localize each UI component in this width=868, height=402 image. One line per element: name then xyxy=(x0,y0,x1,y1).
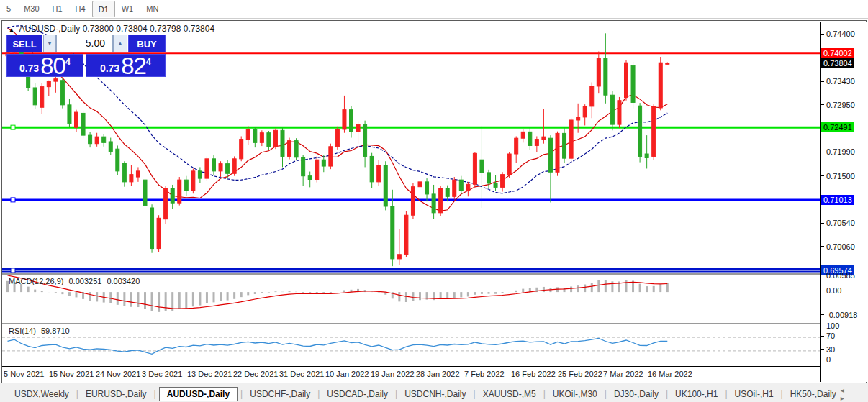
candle-body xyxy=(432,194,435,213)
candle-body xyxy=(494,183,497,187)
time-axis[interactable]: 5 Nov 202115 Nov 202124 Nov 20213 Dec 20… xyxy=(2,368,820,381)
chart-title: ▲ AUDUSD-,Daily 0.73800 0.73804 0.73798 … xyxy=(9,24,214,34)
buy-price-box[interactable]: 0.73 82 4 xyxy=(86,54,166,77)
timeframe-w1[interactable]: W1 xyxy=(115,0,140,17)
price-axis-label: -0.00918 xyxy=(821,310,857,320)
rsi-pane[interactable]: RSI(14) 59.8710 xyxy=(2,323,820,366)
candle-body xyxy=(563,133,566,158)
candle-body xyxy=(487,173,491,183)
timeframe-mn[interactable]: MN xyxy=(140,0,165,17)
candle-body xyxy=(652,106,656,157)
volume-input[interactable]: 5.00 xyxy=(56,35,113,52)
candle-body xyxy=(604,58,607,95)
rsi-value: 59.8710 xyxy=(41,326,70,335)
tab-usoil-h1[interactable]: USOil-,H1 xyxy=(731,387,778,401)
candle-body xyxy=(466,184,470,191)
price-axis[interactable]: 0.744000.734300.729500.719900.715000.705… xyxy=(820,22,867,382)
candle-body xyxy=(122,163,126,182)
price-axis-label: 0.73804 xyxy=(821,58,854,68)
candle-body xyxy=(507,154,511,175)
candle-body xyxy=(226,164,230,174)
time-axis-label: 13 Dec 2021 xyxy=(187,370,232,378)
time-axis-label: 25 Feb 2022 xyxy=(558,370,602,378)
sell-price-big: 80 xyxy=(40,55,65,76)
timeframe-toolbar: 5M30H1H4D1W1MN xyxy=(0,0,868,19)
tab-usdcnh-daily[interactable]: USDCNH-,Daily xyxy=(400,387,470,401)
tab-uk100-h1[interactable]: UK100-,H1 xyxy=(671,387,722,401)
candle-body xyxy=(288,141,291,157)
sell-price-box[interactable]: 0.73 80 4 xyxy=(6,54,83,77)
tab-usdcad-daily[interactable]: USDCAD-,Daily xyxy=(322,387,392,401)
time-axis-label: 5 Nov 2021 xyxy=(4,370,44,378)
timeframe-m30[interactable]: M30 xyxy=(17,0,45,17)
macd-pane[interactable]: MACD(12,26,9) 0.003251 0.003420 xyxy=(2,273,820,321)
timeframe-d1[interactable]: D1 xyxy=(92,1,115,17)
axis-tick xyxy=(821,336,824,337)
time-axis-label: 10 Jan 2022 xyxy=(325,370,369,378)
buy-button[interactable]: BUY xyxy=(128,35,166,52)
tab-dj30-daily[interactable]: DJ30-,Daily xyxy=(610,387,663,401)
tab-audusd-daily[interactable]: AUDUSD-,Daily xyxy=(159,387,238,401)
candle-body xyxy=(164,188,168,219)
candle-body xyxy=(178,180,181,203)
time-axis-label: 24 Nov 2021 xyxy=(96,370,140,378)
candle-body xyxy=(54,79,58,81)
candle-body xyxy=(535,140,538,146)
symbol-marker-icon: ▲ xyxy=(9,27,14,33)
candle-body xyxy=(446,188,449,197)
buy-price-prefix: 0.73 xyxy=(100,63,119,74)
tab-separator: | xyxy=(238,389,245,399)
axis-tick xyxy=(821,275,824,275)
candle-body xyxy=(618,101,621,124)
tab-hk50-daily[interactable]: HK50-,Daily xyxy=(786,387,841,401)
candle-body xyxy=(356,124,360,132)
candle-body xyxy=(109,142,112,152)
candle-body xyxy=(40,87,44,108)
candle-body xyxy=(315,160,319,179)
sell-button[interactable]: SELL xyxy=(6,35,42,52)
time-axis-label: 3 Dec 2021 xyxy=(142,370,182,378)
candle-body xyxy=(260,133,263,143)
tab-scroll-icons[interactable]: ◂ ▸ xyxy=(841,386,868,402)
axis-tick xyxy=(821,314,824,315)
one-click-trade-panel: SELL ▼ 5.00 ▲ BUY 0.73 80 4 0.73 82 4 xyxy=(6,35,166,77)
tab-usdx-weekly[interactable]: USDX,Weekly xyxy=(10,387,73,401)
macd-label: MACD(12,26,9) 0.003251 0.003420 xyxy=(6,277,140,285)
axis-label: 0 xyxy=(826,355,831,364)
candle-body xyxy=(130,175,133,182)
candle-body xyxy=(473,153,476,184)
tab-separator: | xyxy=(471,389,479,399)
candle-body xyxy=(480,160,484,173)
timeframe-h1[interactable]: H1 xyxy=(46,0,69,17)
candle-body xyxy=(116,149,119,171)
price-axis-label: 0.74002 xyxy=(821,48,854,58)
price-axis-label: 0.74400 xyxy=(821,29,855,39)
candle-body xyxy=(68,105,71,124)
tab-usdchf-daily[interactable]: USDCHF-,Daily xyxy=(245,387,315,401)
rsi-label: RSI(14) 59.8710 xyxy=(6,326,70,335)
price-axis-box-label: 0.71013 xyxy=(821,195,854,205)
sell-price-pip: 4 xyxy=(65,56,71,76)
chart-ohlc-values: 0.73800 0.73804 0.73798 0.73804 xyxy=(83,24,215,34)
tab-ukoil-m30[interactable]: UKOil-,M30 xyxy=(548,387,602,401)
price-axis-label: 0 xyxy=(821,355,831,365)
tab-eurusd-daily[interactable]: EURUSD-,Daily xyxy=(81,387,151,401)
volume-decrease-button[interactable]: ▼ xyxy=(43,35,56,52)
candle-body xyxy=(528,132,532,145)
axis-label: 0.00585 xyxy=(826,271,855,280)
candle-body xyxy=(453,180,456,196)
candle-body xyxy=(322,160,325,166)
tab-separator: | xyxy=(722,389,730,399)
candle-body xyxy=(384,165,387,206)
sell-price-prefix: 0.73 xyxy=(19,63,39,74)
candle-body xyxy=(439,188,443,213)
volume-increase-button[interactable]: ▲ xyxy=(113,35,127,52)
timeframe-h4[interactable]: H4 xyxy=(69,0,92,17)
tab-xauusd-m5[interactable]: XAUUSD-,M5 xyxy=(479,387,541,401)
candle-body xyxy=(515,138,518,154)
candle-body xyxy=(33,88,37,105)
timeframe-5[interactable]: 5 xyxy=(0,0,17,17)
tab-separator: | xyxy=(315,389,322,399)
price-axis-box-label: 0.72491 xyxy=(821,122,854,132)
candle-body xyxy=(308,176,312,180)
